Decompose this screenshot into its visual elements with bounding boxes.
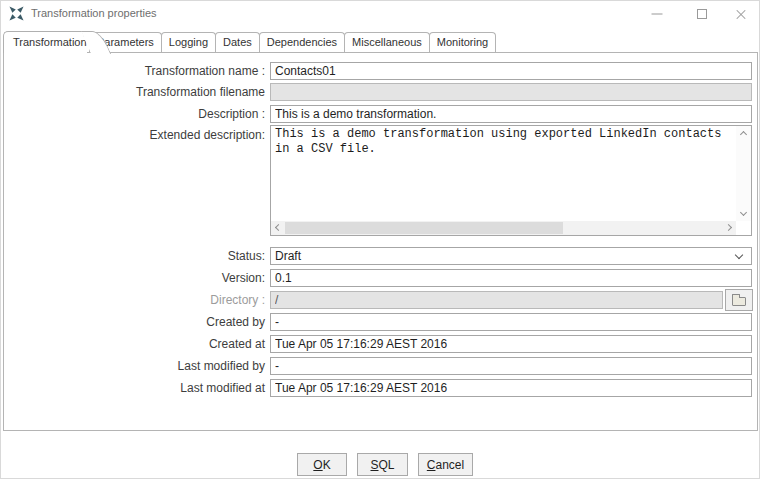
- minimize-icon: [652, 14, 663, 15]
- status-dropdown-button[interactable]: [732, 248, 748, 264]
- tab-label: Logging: [169, 36, 208, 48]
- transformation-name-input[interactable]: [270, 62, 752, 80]
- last-modified-by-label: Last modified by: [4, 357, 265, 375]
- directory-browse-button[interactable]: [725, 289, 753, 311]
- tab-label: Transformation: [13, 36, 87, 48]
- tab-label: Monitoring: [437, 36, 488, 48]
- scroll-down-button[interactable]: [737, 207, 750, 220]
- status-select[interactable]: Draft: [270, 247, 752, 265]
- tab-logging[interactable]: Logging: [161, 32, 216, 52]
- transformation-name-label: Transformation name :: [4, 62, 265, 80]
- extended-description-label: Extended description:: [4, 126, 265, 144]
- scroll-up-button[interactable]: [737, 127, 750, 140]
- chevron-left-icon: [275, 224, 282, 231]
- directory-label: Directory :: [4, 291, 265, 309]
- scroll-right-button[interactable]: [723, 221, 736, 234]
- created-by-label: Created by: [4, 313, 265, 331]
- description-label: Description :: [4, 105, 265, 123]
- close-button[interactable]: [721, 1, 760, 27]
- status-value: Draft: [275, 249, 301, 264]
- last-modified-by-input[interactable]: [270, 357, 752, 375]
- tab-label: Dates: [223, 36, 252, 48]
- transformation-icon: [9, 6, 24, 21]
- description-input[interactable]: [270, 105, 752, 123]
- tab-label: Dependencies: [267, 36, 337, 48]
- tab-dates[interactable]: Dates: [215, 32, 260, 52]
- last-modified-at-label: Last modified at: [4, 379, 265, 397]
- tab-transformation[interactable]: Transformation: [3, 31, 87, 53]
- transformation-filename-label: Transformation filename: [4, 83, 265, 101]
- scroll-left-button[interactable]: [271, 221, 284, 234]
- cancel-button[interactable]: Cancel: [418, 453, 473, 476]
- tab-label: Miscellaneous: [352, 36, 422, 48]
- extended-description-textarea[interactable]: This is a demo transformation using expo…: [271, 126, 735, 220]
- vertical-scrollbar[interactable]: [736, 126, 751, 221]
- transformation-properties-dialog: Transformation properties Transformation…: [0, 0, 760, 479]
- created-at-label: Created at: [4, 335, 265, 353]
- folder-icon: [732, 297, 746, 306]
- chevron-up-icon: [740, 131, 747, 138]
- tab-monitoring[interactable]: Monitoring: [429, 32, 496, 52]
- minimize-button[interactable]: [637, 1, 677, 27]
- tab-dependencies[interactable]: Dependencies: [259, 32, 345, 52]
- directory-input: [270, 291, 723, 309]
- close-icon: [735, 8, 747, 20]
- maximize-icon: [697, 9, 707, 19]
- tab-miscellaneous[interactable]: Miscellaneous: [344, 32, 430, 52]
- tab-bar: Parameters Logging Dates Dependencies Mi…: [90, 32, 496, 52]
- chevron-right-icon: [725, 224, 732, 231]
- window-title: Transformation properties: [31, 7, 157, 19]
- transformation-filename-input: [270, 83, 752, 101]
- created-at-input[interactable]: [270, 335, 752, 353]
- version-input[interactable]: [270, 269, 752, 287]
- last-modified-at-input[interactable]: [270, 379, 752, 397]
- extended-description-field: This is a demo transformation using expo…: [270, 125, 752, 236]
- chevron-down-icon: [735, 251, 743, 259]
- tab-content-panel: Transformation name : Transformation fil…: [3, 52, 758, 431]
- horizontal-scrollbar[interactable]: [271, 221, 736, 235]
- maximize-button[interactable]: [682, 1, 722, 27]
- ok-button[interactable]: OK: [297, 453, 347, 476]
- horizontal-scrollbar-thumb[interactable]: [285, 222, 563, 234]
- status-label: Status:: [4, 247, 265, 265]
- created-by-input[interactable]: [270, 313, 752, 331]
- version-label: Version:: [4, 269, 265, 287]
- chevron-down-icon: [740, 209, 747, 216]
- sql-button[interactable]: SQL: [357, 453, 408, 476]
- titlebar[interactable]: Transformation properties: [1, 1, 759, 27]
